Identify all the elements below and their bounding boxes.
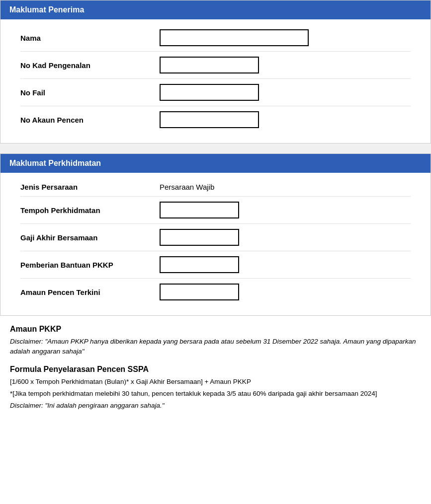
maklumat-penerima-section: Maklumat Penerima Nama No Kad Pengenalan…: [0, 0, 431, 144]
gaji-akhir-input[interactable]: [160, 229, 239, 246]
gaji-akhir-row: Gaji Akhir Bersamaan: [20, 224, 411, 251]
amaun-pencen-terkini-input[interactable]: [160, 284, 239, 300]
pemberian-bantuan-row: Pemberian Bantuan PKKP: [20, 251, 411, 279]
formula-text: [1/600 x Tempoh Perkhidmatan (Bulan)* x …: [10, 377, 421, 387]
pemberian-bantuan-input[interactable]: [160, 256, 239, 273]
maklumat-penerima-header: Maklumat Penerima: [0, 0, 431, 19]
amaun-pencen-terkini-label: Amaun Pencen Terkini: [20, 288, 160, 296]
no-kad-row: No Kad Pengenalan: [20, 52, 411, 79]
formula-disclaimer-text: : "Ini adalah pengiraan anggaran sahaja.…: [41, 402, 165, 409]
maklumat-perkhidmatan-header: Maklumat Perkhidmatan: [0, 154, 431, 173]
no-fail-input[interactable]: [160, 84, 259, 101]
amaun-pkkp-disclaimer: Disclaimer: "Amaun PKKP hanya diberikan …: [10, 337, 421, 357]
nama-row: Nama: [20, 24, 411, 52]
amaun-disclaimer-label: Disclaimer: [10, 338, 41, 345]
no-fail-label: No Fail: [20, 88, 160, 97]
maklumat-perkhidmatan-title: Maklumat Perkhidmatan: [9, 159, 101, 167]
formula-disclaimer-label: Disclaimer: [10, 402, 41, 409]
amaun-pkkp-title: Amaun PKKP: [10, 325, 421, 334]
formula-title: Formula Penyelarasan Pencen SSPA: [10, 365, 421, 374]
amaun-pencen-terkini-row: Amaun Pencen Terkini: [20, 279, 411, 305]
bottom-section: Amaun PKKP Disclaimer: "Amaun PKKP hanya…: [0, 316, 431, 421]
pemberian-bantuan-label: Pemberian Bantuan PKKP: [20, 261, 160, 269]
tempoh-perkhidmatan-input[interactable]: [160, 202, 239, 218]
gap-1: [0, 144, 431, 153]
no-akaun-row: No Akaun Pencen: [20, 106, 411, 133]
jenis-persaraan-value: Persaraan Wajib: [160, 183, 214, 191]
nama-input[interactable]: [160, 29, 309, 46]
no-kad-label: No Kad Pengenalan: [20, 61, 160, 70]
no-fail-row: No Fail: [20, 79, 411, 106]
maklumat-perkhidmatan-section: Maklumat Perkhidmatan Jenis Persaraan Pe…: [0, 153, 431, 316]
jenis-persaraan-label: Jenis Persaraan: [20, 183, 160, 191]
formula-disclaimer: Disclaimer: "Ini adalah pengiraan anggar…: [10, 401, 421, 411]
maklumat-penerima-title: Maklumat Penerima: [9, 5, 84, 14]
jenis-persaraan-row: Jenis Persaraan Persaraan Wajib: [20, 178, 411, 197]
page-wrapper: Maklumat Penerima Nama No Kad Pengenalan…: [0, 0, 431, 504]
no-akaun-label: No Akaun Pencen: [20, 116, 160, 124]
no-akaun-input[interactable]: [160, 111, 259, 128]
amaun-disclaimer-text: : "Amaun PKKP hanya diberikan kepada yan…: [10, 338, 416, 355]
tempoh-perkhidmatan-label: Tempoh Perkhidmatan: [20, 206, 160, 215]
gaji-akhir-label: Gaji Akhir Bersamaan: [20, 233, 160, 242]
maklumat-penerima-body: Nama No Kad Pengenalan No Fail No Akaun …: [0, 19, 431, 143]
maklumat-perkhidmatan-body: Jenis Persaraan Persaraan Wajib Tempoh P…: [0, 173, 431, 315]
tempoh-perkhidmatan-row: Tempoh Perkhidmatan: [20, 197, 411, 224]
formula-note: *[Jika tempoh perkhidmatan melebihi 30 t…: [10, 389, 421, 399]
nama-label: Nama: [20, 34, 160, 42]
no-kad-input[interactable]: [160, 57, 259, 73]
